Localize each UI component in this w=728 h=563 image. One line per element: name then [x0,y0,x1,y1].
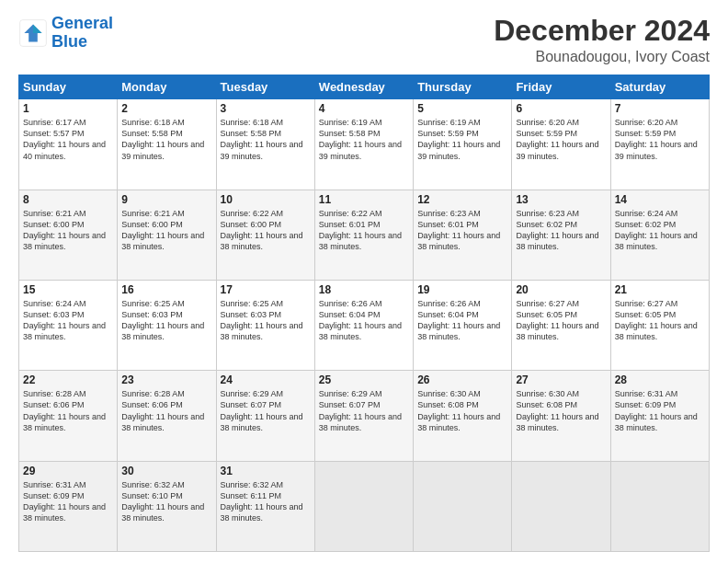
day-9: 9 Sunrise: 6:21 AMSunset: 6:00 PMDayligh… [118,190,216,280]
day-28: 28 Sunrise: 6:31 AMSunset: 6:09 PMDaylig… [610,371,709,461]
day-6: 6 Sunrise: 6:20 AMSunset: 5:59 PMDayligh… [512,99,610,190]
day-1: 1 Sunrise: 6:17 AMSunset: 5:57 PMDayligh… [19,99,118,190]
day-26: 26 Sunrise: 6:30 AMSunset: 6:08 PMDaylig… [414,371,512,461]
day-2: 2 Sunrise: 6:18 AMSunset: 5:58 PMDayligh… [118,99,216,190]
empty-cell-1 [314,461,413,551]
page: General Blue December 2024 Bounadougou, … [0,0,728,563]
week-row-1: 1 Sunrise: 6:17 AMSunset: 5:57 PMDayligh… [19,99,710,190]
col-wednesday: Wednesday [314,75,413,99]
day-17: 17 Sunrise: 6:25 AMSunset: 6:03 PMDaylig… [216,280,314,370]
logo-icon [18,18,48,48]
day-19: 19 Sunrise: 6:26 AMSunset: 6:04 PMDaylig… [414,280,512,370]
month-title: December 2024 [494,15,710,47]
week-row-4: 22 Sunrise: 6:28 AMSunset: 6:06 PMDaylig… [19,371,710,461]
day-10: 10 Sunrise: 6:22 AMSunset: 6:00 PMDaylig… [216,190,314,280]
day-13: 13 Sunrise: 6:23 AMSunset: 6:02 PMDaylig… [512,190,610,280]
logo-general: General [51,14,113,32]
empty-cell-3 [512,461,610,551]
col-thursday: Thursday [414,75,512,99]
day-4: 4 Sunrise: 6:19 AMSunset: 5:58 PMDayligh… [314,99,413,190]
day-18: 18 Sunrise: 6:26 AMSunset: 6:04 PMDaylig… [314,280,413,370]
logo-blue: Blue [51,33,113,52]
title-block: December 2024 Bounadougou, Ivory Coast [494,15,710,65]
week-row-3: 15 Sunrise: 6:24 AMSunset: 6:03 PMDaylig… [19,280,710,370]
day-22: 22 Sunrise: 6:28 AMSunset: 6:06 PMDaylig… [19,371,118,461]
col-sunday: Sunday [19,75,118,99]
day-25: 25 Sunrise: 6:29 AMSunset: 6:07 PMDaylig… [314,371,413,461]
day-27: 27 Sunrise: 6:30 AMSunset: 6:08 PMDaylig… [512,371,610,461]
day-31: 31 Sunrise: 6:32 AMSunset: 6:11 PMDaylig… [216,461,314,551]
col-tuesday: Tuesday [216,75,314,99]
logo: General Blue [18,15,113,52]
day-20: 20 Sunrise: 6:27 AMSunset: 6:05 PMDaylig… [512,280,610,370]
col-friday: Friday [512,75,610,99]
day-14: 14 Sunrise: 6:24 AMSunset: 6:02 PMDaylig… [610,190,709,280]
day-3: 3 Sunrise: 6:18 AMSunset: 5:58 PMDayligh… [216,99,314,190]
day-12: 12 Sunrise: 6:23 AMSunset: 6:01 PMDaylig… [414,190,512,280]
day-7: 7 Sunrise: 6:20 AMSunset: 5:59 PMDayligh… [610,99,709,190]
empty-cell-2 [414,461,512,551]
week-row-2: 8 Sunrise: 6:21 AMSunset: 6:00 PMDayligh… [19,190,710,280]
day-15: 15 Sunrise: 6:24 AMSunset: 6:03 PMDaylig… [19,280,118,370]
col-monday: Monday [118,75,216,99]
day-30: 30 Sunrise: 6:32 AMSunset: 6:10 PMDaylig… [118,461,216,551]
day-5: 5 Sunrise: 6:19 AMSunset: 5:59 PMDayligh… [414,99,512,190]
day-24: 24 Sunrise: 6:29 AMSunset: 6:07 PMDaylig… [216,371,314,461]
location-title: Bounadougou, Ivory Coast [494,49,710,65]
header: General Blue December 2024 Bounadougou, … [18,15,710,65]
day-29: 29 Sunrise: 6:31 AMSunset: 6:09 PMDaylig… [19,461,118,551]
week-row-5: 29 Sunrise: 6:31 AMSunset: 6:09 PMDaylig… [19,461,710,551]
day-11: 11 Sunrise: 6:22 AMSunset: 6:01 PMDaylig… [314,190,413,280]
empty-cell-4 [610,461,709,551]
day-8: 8 Sunrise: 6:21 AMSunset: 6:00 PMDayligh… [19,190,118,280]
day-16: 16 Sunrise: 6:25 AMSunset: 6:03 PMDaylig… [118,280,216,370]
day-21: 21 Sunrise: 6:27 AMSunset: 6:05 PMDaylig… [610,280,709,370]
logo-text: General Blue [51,15,113,52]
day-23: 23 Sunrise: 6:28 AMSunset: 6:06 PMDaylig… [118,371,216,461]
col-saturday: Saturday [610,75,709,99]
calendar-header-row: Sunday Monday Tuesday Wednesday Thursday… [19,75,710,99]
calendar: Sunday Monday Tuesday Wednesday Thursday… [18,75,710,552]
